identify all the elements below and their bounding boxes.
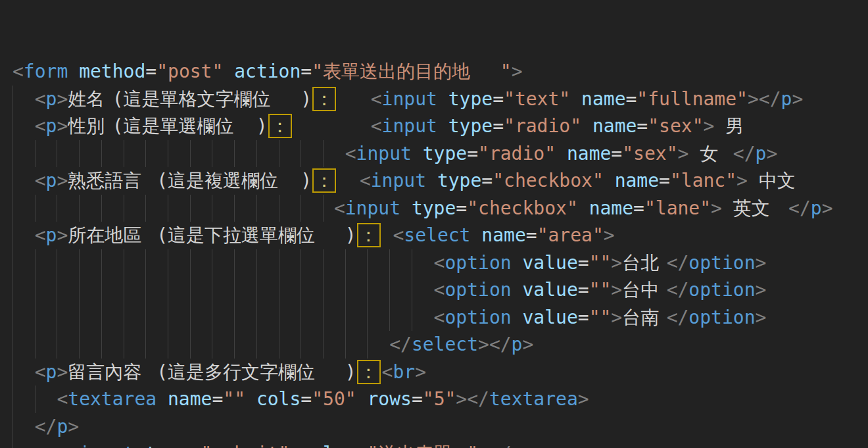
equals-token: = [456,197,467,219]
text-token: ( [112,88,124,110]
attribute-token: type [423,143,467,164]
text-token: ) [256,115,268,137]
attribute-token: value [522,307,577,328]
code-line: <p>姓名(這是單格文字欄位)： <input type="text" name… [12,86,868,113]
string-token: "" [589,252,612,274]
equals-token: = [611,143,622,164]
punctuation-token: < [35,115,46,137]
punctuation-token: > [512,61,523,82]
spacer [748,170,759,191]
punctuation-token: < [334,197,345,219]
tag-token: br [393,361,415,383]
cjk-text-token: 中文 [759,167,803,195]
punctuation-token: < [68,443,79,448]
tag-token: textarea [489,388,578,410]
attribute-token: value [301,443,356,448]
equals-token: = [526,224,537,246]
punctuation-token: > [678,143,689,164]
tag-token: p [46,224,57,246]
equals-token: = [301,61,312,82]
spacer [570,88,581,110]
attribute-token: value [522,279,577,301]
punctuation-token: > [522,334,533,355]
cjk-string-token: 表單送出的目的地 [323,58,500,86]
string-token: "radio" [478,143,556,164]
punctuation-token: > [478,443,489,448]
attribute-token: cols [256,388,301,410]
punctuation-token: < [35,170,46,191]
punctuation-token: > [523,443,534,448]
spacer [604,170,615,191]
spacer [68,61,79,82]
tag-token: input [371,170,426,191]
equals-token: = [481,170,493,191]
spacer [722,143,733,164]
tag-token: form [24,61,68,82]
cjk-text-token: 所在地區 [68,222,157,249]
tag-token: p [46,170,57,191]
cjk-text-token: 這是下拉選單欄位 [168,222,345,249]
code-editor[interactable]: <form method="post" action="表單送出的目的地"> <… [0,0,868,448]
tag-token: option [688,307,755,328]
punctuation-token: > [736,170,748,191]
punctuation-token: > [57,443,68,448]
tag-token: p [756,143,767,164]
punctuation-token: > [756,279,767,301]
punctuation-token: < [57,388,68,410]
punctuation-token: </ [35,416,57,437]
punctuation-token: > [756,307,767,328]
punctuation-token: > [57,115,68,137]
tag-token: input [382,88,437,110]
indent-whitespace [12,86,35,113]
punctuation-token: > [456,388,467,410]
tag-token: option [445,252,511,274]
cjk-text-token: 熟悉語言 [68,167,157,195]
attribute-token: rows [367,388,411,410]
attribute-token: name [615,170,659,191]
cjk-text-token: 性別 [68,112,112,140]
equals-token: = [190,443,201,448]
equals-token: = [637,115,648,137]
equals-token: = [301,388,312,410]
string-token: "lanc" [670,170,736,191]
spacer [556,143,567,164]
attribute-token: name [567,143,611,164]
punctuation-token: > [478,334,489,355]
equals-token: = [412,388,423,410]
punctuation-token: </ [788,197,811,219]
unicode-highlighted-colon: ： [357,223,381,247]
indent-whitespace [12,413,35,441]
tag-token: input [382,115,437,137]
cjk-text-token: 台中 [622,276,666,304]
punctuation-token: </ [489,443,512,448]
indent-whitespace [12,249,434,277]
punctuation-token: </ [733,143,756,164]
indent-whitespace [12,112,35,140]
cjk-text-token: 英文 [733,195,777,222]
string-token: "radio" [504,115,581,137]
punctuation-token: </ [667,307,689,328]
spacer [337,88,371,110]
tag-token: p [512,443,523,448]
attribute-token: type [437,170,481,191]
spacer [437,115,448,137]
string-token: "" [223,388,245,410]
string-token: "fullname" [637,88,748,110]
code-line: <p>性別(這是單選欄位)： <input type="radio" name=… [12,112,868,140]
tag-token: input [356,143,412,164]
spacer [223,61,234,82]
punctuation-token: > [748,88,759,110]
indent-whitespace [12,167,35,195]
punctuation-token: </ [759,88,781,110]
code-line: <p><input type="submit" value="送出表單"></p… [12,440,868,448]
tag-token: p [46,361,57,383]
spacer [722,197,733,219]
equals-token: = [145,61,157,82]
string-token: "text" [504,88,570,110]
cjk-text-token: 這是單格文字欄位 [124,86,301,113]
indent-whitespace [12,331,389,359]
code-line: <form method="post" action="表單送出的目的地"> [12,58,868,86]
equals-token: = [578,252,589,274]
equals-token: = [493,115,504,137]
tag-token: p [46,115,57,137]
